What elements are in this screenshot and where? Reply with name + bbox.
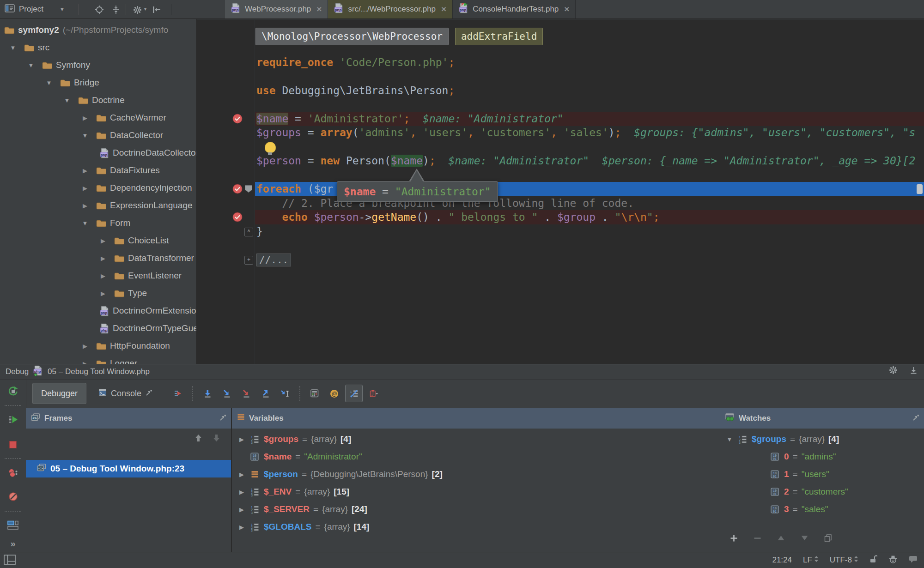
variable-row[interactable]: 1001$name="Administrator" — [232, 448, 745, 465]
restore-layout-button[interactable] — [7, 520, 18, 531]
next-frame-icon[interactable] — [212, 434, 221, 444]
step-over-button[interactable] — [199, 385, 216, 402]
chevron-collapsed-icon[interactable]: ▶ — [96, 290, 110, 297]
force-step-into-button[interactable] — [238, 385, 255, 402]
chevron-collapsed-icon[interactable]: ▶ — [237, 489, 247, 495]
chevron-expanded-icon[interactable]: ▼ — [6, 44, 20, 51]
view-breakpoints-button[interactable] — [8, 467, 18, 478]
code-line[interactable]: $person = new Person($name); $name: "Adm… — [255, 154, 924, 168]
resume-button[interactable] — [8, 414, 18, 425]
tree-item[interactable]: ▶HttpFoundation — [0, 337, 196, 355]
move-watch-down-button[interactable] — [801, 535, 808, 543]
code-line[interactable] — [255, 140, 924, 154]
code-line[interactable]: $groups = array('admins', 'users', 'cust… — [255, 126, 924, 140]
line-separator-widget[interactable]: LF — [803, 556, 819, 565]
chevron-collapsed-icon[interactable]: ▶ — [237, 524, 247, 531]
previous-frame-icon[interactable] — [194, 434, 203, 444]
chevron-collapsed-icon[interactable]: ▶ — [96, 237, 110, 244]
chevron-collapsed-icon[interactable]: ▶ — [78, 343, 92, 350]
scroll-from-source-icon[interactable] — [93, 4, 105, 16]
variable-row[interactable]: ▶123$groups={array}[4] — [232, 430, 745, 448]
caret-position[interactable]: 21:24 — [772, 556, 792, 565]
event-log-bubble-icon[interactable] — [909, 555, 918, 565]
dump-threads-button[interactable] — [365, 385, 382, 402]
rerun-button[interactable] — [7, 386, 18, 397]
tab-debugger[interactable]: Debugger — [32, 383, 86, 404]
hide-panel-icon[interactable] — [151, 4, 163, 16]
code-line[interactable]: $name = 'Administrator'; $name: "Adminis… — [255, 112, 924, 126]
fold-expand-marker[interactable]: + — [244, 256, 253, 265]
code-editor[interactable]: require_once 'Code/Person.php';use Debug… — [197, 19, 924, 365]
fold-end-marker[interactable]: ˄ — [244, 228, 253, 236]
chevron-expanded-icon[interactable]: ▼ — [724, 436, 735, 443]
float-window-icon[interactable] — [219, 414, 226, 423]
watch-row[interactable]: 10013="sales" — [720, 501, 924, 518]
mute-breakpoints-button[interactable] — [8, 491, 18, 502]
variable-row[interactable]: ▶$person={Debugging\JetBrains\Person}[2] — [232, 465, 745, 483]
encoding-widget[interactable]: UTF-8 — [830, 556, 858, 565]
float-window-icon[interactable] — [912, 414, 919, 423]
tree-item[interactable]: ▼Form — [0, 214, 196, 232]
run-to-cursor-button[interactable] — [277, 385, 293, 402]
code-line[interactable]: use Debugging\JetBrains\Person; — [255, 84, 924, 98]
chevron-collapsed-icon[interactable]: ▶ — [96, 272, 110, 279]
tree-item[interactable]: ▶DataFixtures — [0, 162, 196, 179]
chevron-expanded-icon[interactable]: ▼ — [60, 97, 74, 104]
tree-root-item[interactable]: symfony2(~/PhpstormProjects/symfo — [0, 21, 196, 39]
code-line[interactable]: require_once 'Code/Person.php'; — [255, 55, 924, 70]
inspections-hector-icon[interactable] — [888, 555, 898, 566]
close-tab-icon[interactable]: × — [564, 4, 569, 14]
tree-item[interactable]: ▶DataTransformer — [0, 249, 196, 267]
tree-item[interactable]: ▶CacheWarmer — [0, 109, 196, 127]
chevron-collapsed-icon[interactable]: ▶ — [78, 202, 92, 209]
tree-item[interactable]: ▼DataCollector — [0, 127, 196, 144]
tree-item[interactable]: phpDoctrineOrmExtension.php — [0, 302, 196, 320]
tree-item[interactable]: ▼Doctrine — [0, 91, 196, 109]
variable-row[interactable]: ▶123$_SERVER={array}[24] — [232, 501, 745, 518]
tree-item[interactable]: ▼Bridge — [0, 74, 196, 91]
code-line[interactable] — [255, 69, 924, 84]
remove-watch-button[interactable] — [754, 534, 761, 544]
tree-item[interactable]: ▶Type — [0, 284, 196, 302]
variable-row[interactable]: ▶123$_ENV={array}[15] — [232, 483, 745, 501]
step-out-button[interactable] — [257, 385, 274, 402]
tree-item[interactable]: ▶Logger — [0, 355, 196, 364]
project-tool-window-button[interactable]: Project ▼ — [5, 0, 65, 18]
chevron-collapsed-icon[interactable]: ▶ — [78, 115, 92, 121]
watch-row[interactable]: 10011="users" — [720, 465, 924, 483]
breakpoint-icon[interactable] — [232, 114, 243, 126]
step-into-button[interactable] — [219, 385, 235, 402]
code-line[interactable]: //... — [255, 253, 924, 267]
variable-row[interactable]: ▶123$GLOBALS={array}[14] — [232, 518, 745, 536]
chevron-expanded-icon[interactable]: ▼ — [24, 62, 38, 69]
watch-row[interactable]: ▼123$groups={array}[4] — [720, 430, 924, 448]
hide-tool-window-icon[interactable] — [910, 366, 918, 376]
tree-item[interactable]: phpDoctrineDataCollector.php — [0, 144, 196, 162]
tree-item[interactable]: ▶DependencyInjection — [0, 179, 196, 197]
lock-icon[interactable] — [869, 555, 877, 566]
tree-item[interactable]: ▶ExpressionLanguage — [0, 197, 196, 214]
code-line[interactable]: echo $person->getName() . " belongs to "… — [255, 210, 924, 224]
chevron-collapsed-icon[interactable]: ▶ — [237, 506, 247, 513]
quick-evaluate-button[interactable]: @ — [326, 385, 342, 402]
watch-row[interactable]: 10010="admins" — [720, 448, 924, 465]
code-line[interactable]: } — [255, 224, 924, 239]
editor-tab[interactable]: phpsrc/.../WebProcessor.php× — [328, 0, 453, 18]
tab-console[interactable]: Console — [90, 383, 161, 404]
tree-item[interactable]: ▶ChoiceList — [0, 232, 196, 249]
chevron-expanded-icon[interactable]: ▼ — [42, 79, 56, 86]
tree-item[interactable]: ▶EventListener — [0, 267, 196, 284]
tool-window-quick-access-icon[interactable] — [4, 555, 16, 567]
code-line[interactable] — [255, 168, 924, 182]
frame-row[interactable]: <> 05 – Debug Tool Window.php:23 — [26, 460, 231, 477]
breakpoint-icon[interactable] — [232, 212, 243, 224]
breadcrumb-class-chip[interactable]: \Monolog\Processor\WebProcessor — [255, 28, 449, 45]
chevron-collapsed-icon[interactable]: ▶ — [78, 167, 92, 174]
chevron-expanded-icon[interactable]: ▼ — [78, 132, 92, 139]
tree-item[interactable]: ▼src — [0, 39, 196, 56]
chevron-expanded-icon[interactable]: ▼ — [78, 220, 92, 227]
breadcrumb-method-chip[interactable]: addExtraField — [455, 28, 543, 45]
chevron-collapsed-icon[interactable]: ▶ — [237, 436, 247, 443]
more-options-button[interactable]: » — [10, 538, 15, 549]
close-tab-icon[interactable]: × — [316, 4, 322, 14]
